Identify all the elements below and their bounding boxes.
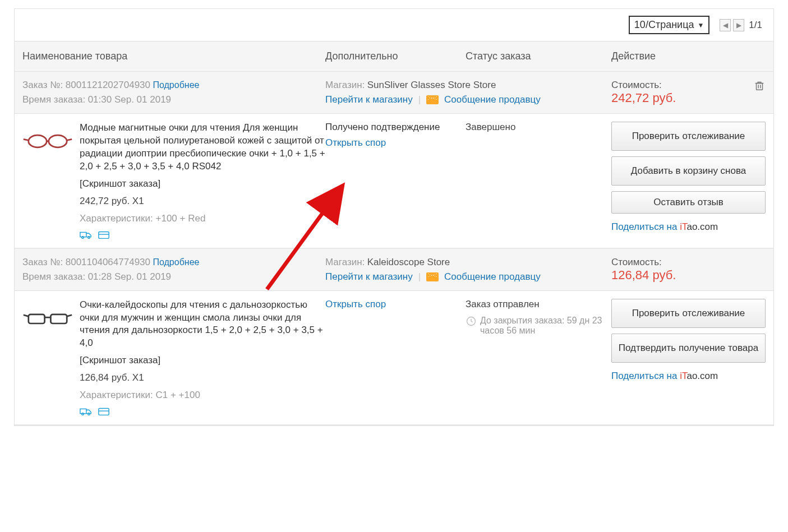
clock-icon: [466, 316, 477, 329]
go-to-store-link[interactable]: Перейти к магазину: [325, 94, 413, 105]
props-label: Характеристики:: [80, 390, 153, 400]
product-title[interactable]: Очки-калейдоскопы для чтения с дальнозор…: [80, 299, 325, 350]
pager-prev-button[interactable]: ◀: [720, 19, 731, 31]
track-button[interactable]: Проверить отслеживание: [611, 299, 766, 328]
order-status: Завершено: [466, 122, 611, 133]
svg-point-1: [29, 135, 47, 147]
mail-icon: [426, 95, 439, 104]
open-dispute-link[interactable]: Открыть спор: [325, 299, 466, 310]
store-name: Kaleidoscope Store: [367, 257, 450, 267]
pager-next-button[interactable]: ▶: [733, 19, 744, 31]
svg-point-18: [88, 413, 90, 415]
cost-value: 126,84 руб.: [611, 268, 676, 283]
screenshot-link[interactable]: [Скриншот заказа]: [80, 354, 325, 367]
order-time-label: Время заказа:: [22, 271, 85, 282]
shipping-icons: [80, 406, 325, 417]
price-qty: 242,72 руб. X1: [80, 195, 325, 208]
cost-label: Стоимость:: [611, 257, 676, 268]
order-block: Заказ №: 8001121202704930 Подробнее Врем…: [15, 72, 773, 249]
order-more-link[interactable]: Подробнее: [153, 80, 199, 90]
open-dispute-link[interactable]: Открыть спор: [325, 137, 466, 149]
order-time-label: Время заказа:: [22, 94, 85, 105]
screenshot-link[interactable]: [Скриншот заказа]: [80, 178, 325, 191]
svg-point-2: [49, 135, 67, 147]
order-time-value: 01:30 Sep. 01 2019: [88, 94, 171, 105]
props-label: Характеристики:: [80, 213, 153, 224]
message-seller-link[interactable]: Сообщение продавцу: [444, 94, 541, 105]
pager-info: 1/1: [749, 20, 762, 31]
svg-point-17: [82, 413, 84, 415]
cost-label: Стоимость:: [611, 80, 676, 91]
share-itao-link[interactable]: Поделиться на iTao.com: [611, 221, 766, 233]
separator: |: [418, 94, 421, 105]
svg-line-15: [67, 314, 72, 316]
order-more-link[interactable]: Подробнее: [153, 257, 199, 267]
svg-point-7: [82, 236, 84, 238]
review-button[interactable]: Оставить отзыв: [611, 191, 766, 214]
card-icon: [98, 230, 110, 240]
confirm-receipt-button[interactable]: Подтвердить получение товара: [611, 334, 766, 363]
product-thumbnail[interactable]: [22, 299, 73, 338]
store-name: SunSliver Glasses Store Store: [367, 80, 496, 90]
order-no-label: Заказ №:: [22, 80, 63, 90]
svg-point-8: [88, 236, 90, 238]
svg-rect-11: [29, 314, 45, 323]
order-no-value: 8001121202704930: [66, 80, 150, 90]
price-qty: 126,84 руб. X1: [80, 372, 325, 385]
caret-down-icon: ▼: [697, 21, 704, 29]
svg-line-14: [24, 314, 29, 316]
svg-line-5: [67, 139, 72, 140]
shipping-icons: [80, 230, 325, 240]
props-value: C1 + +100: [156, 390, 200, 400]
per-page-select[interactable]: 10/Страница ▼: [629, 16, 710, 34]
truck-icon: [80, 406, 92, 417]
props-value: +100 + Red: [156, 213, 206, 224]
col-action: Действие: [611, 50, 766, 62]
mail-icon: [426, 272, 439, 281]
share-itao-link[interactable]: Поделиться на iTao.com: [611, 371, 766, 382]
message-seller-link[interactable]: Сообщение продавцу: [444, 271, 541, 283]
confirmation-text: Получено подтверждение: [325, 122, 466, 133]
order-status: Заказ отправлен: [466, 299, 611, 310]
track-button[interactable]: Проверить отслеживание: [611, 122, 766, 151]
go-to-store-link[interactable]: Перейти к магазину: [325, 271, 413, 283]
svg-rect-12: [50, 314, 67, 323]
store-label: Магазин:: [325, 257, 365, 267]
svg-rect-9: [99, 232, 109, 238]
per-page-label: 10/Страница: [634, 19, 694, 31]
svg-rect-0: [757, 83, 763, 90]
col-extra: Дополнительно: [325, 50, 466, 62]
order-block: Заказ №: 8001104064774930 Подробнее Врем…: [15, 249, 773, 426]
truck-icon: [80, 230, 92, 240]
trash-icon[interactable]: [753, 80, 766, 94]
store-label: Магазин:: [325, 80, 365, 90]
separator: |: [418, 271, 421, 283]
svg-line-4: [24, 139, 29, 140]
card-icon: [98, 406, 110, 417]
order-time-value: 01:28 Sep. 01 2019: [88, 271, 171, 282]
order-no-label: Заказ №:: [22, 257, 63, 267]
product-thumbnail[interactable]: [22, 122, 73, 161]
svg-rect-19: [99, 409, 109, 415]
cost-value: 242,72 руб.: [611, 91, 676, 105]
pager: ◀ ▶ 1/1: [720, 19, 762, 31]
countdown-text: До закрытия заказа: 59 дн 23 часов 56 ми…: [480, 316, 611, 336]
col-status: Статус заказа: [466, 50, 611, 62]
order-no-value: 8001104064774930: [66, 257, 150, 267]
col-product: Наименование товара: [22, 50, 325, 62]
product-title[interactable]: Модные магнитные очки для чтения Для жен…: [80, 122, 325, 173]
add-to-cart-button[interactable]: Добавить в корзину снова: [611, 156, 766, 186]
table-header: Наименование товара Дополнительно Статус…: [15, 41, 773, 72]
